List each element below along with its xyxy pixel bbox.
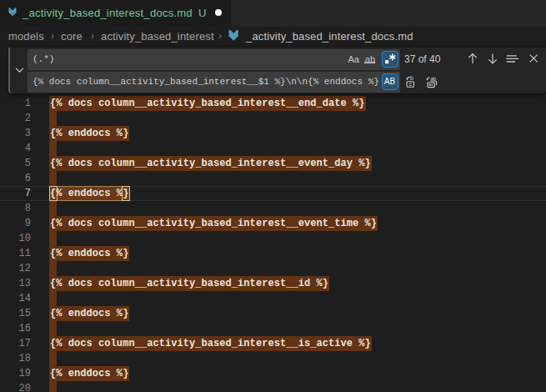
svg-text:c: c xyxy=(408,81,412,87)
svg-text:ab: ab xyxy=(430,76,436,81)
svg-text:ac: ac xyxy=(428,82,433,87)
svg-text:b: b xyxy=(410,75,413,81)
